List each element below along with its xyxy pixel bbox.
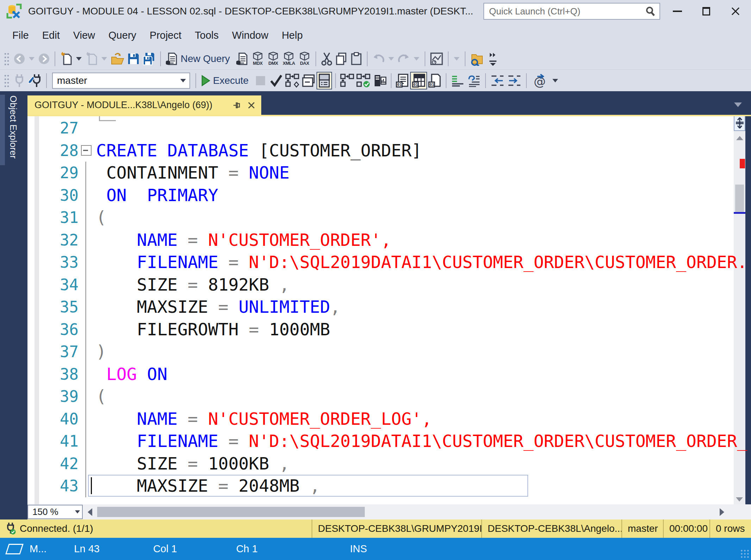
minimize-button[interactable] xyxy=(673,11,682,12)
code-line-28[interactable]: 28CREATE DATABASE [CUSTOMER_ORDER] xyxy=(27,139,734,162)
scroll-up-icon[interactable] xyxy=(736,136,743,140)
scroll-down-icon[interactable] xyxy=(736,497,743,502)
object-explorer-tab[interactable]: Object Explorer xyxy=(8,95,19,158)
code-text[interactable]: CONTAINMENT = NONE xyxy=(96,162,289,184)
new-query-button[interactable]: New Query xyxy=(164,50,234,68)
connect-icon[interactable] xyxy=(12,72,27,89)
new-mdx-query-button[interactable]: MDX xyxy=(250,50,265,68)
save-button[interactable] xyxy=(126,50,141,68)
undo-dropdown-icon[interactable] xyxy=(388,57,394,61)
menu-query[interactable]: Query xyxy=(102,30,143,41)
code-line-35[interactable]: 35 MAXSIZE = UNLIMITED, xyxy=(27,296,734,318)
open-file-button[interactable] xyxy=(109,50,126,68)
new-file-button[interactable] xyxy=(58,50,74,68)
parse-button[interactable] xyxy=(268,72,284,89)
tab-list-dropdown-icon[interactable] xyxy=(734,102,742,107)
new-file-dropdown-icon[interactable] xyxy=(76,57,82,61)
live-query-statistics-icon[interactable] xyxy=(371,72,388,89)
menu-project[interactable]: Project xyxy=(143,30,188,41)
vertical-scrollbar-thumb[interactable] xyxy=(735,185,744,213)
results-to-file-button[interactable]: 01 xyxy=(427,72,443,89)
menu-tools[interactable]: Tools xyxy=(188,30,225,41)
toolbar-grip[interactable] xyxy=(4,51,9,67)
menu-help[interactable]: Help xyxy=(275,30,309,41)
navigate-forward-button[interactable] xyxy=(37,50,51,68)
find-dropdown-icon[interactable] xyxy=(454,57,459,61)
menu-view[interactable]: View xyxy=(67,30,102,41)
template-parameters-button[interactable]: @ xyxy=(530,72,547,89)
splitter-button[interactable] xyxy=(734,115,745,131)
intellisense-enabled-icon[interactable] xyxy=(339,72,355,89)
zoom-selector[interactable]: 150 % xyxy=(27,505,83,519)
include-client-statistics-icon[interactable] xyxy=(355,72,371,89)
add-item-button[interactable] xyxy=(84,50,99,68)
copy-icon[interactable] xyxy=(334,50,349,68)
code-line-33[interactable]: 33 FILENAME = N'D:\SQL2019DATAI1\CUSTOME… xyxy=(27,251,734,274)
code-text[interactable]: FILENAME = N'D:\SQL2019DATAI1\CUSTOMER_O… xyxy=(96,251,747,274)
horizontal-scrollbar[interactable] xyxy=(96,505,716,519)
navigate-back-dropdown-icon[interactable] xyxy=(29,57,35,61)
zoom-dropdown-icon[interactable] xyxy=(75,510,80,514)
code-line-34[interactable]: 34 SIZE = 8192KB , xyxy=(27,274,734,296)
estimated-plan-icon[interactable] xyxy=(284,72,300,89)
menu-edit[interactable]: Edit xyxy=(36,30,67,41)
code-text[interactable]: ) xyxy=(96,341,106,363)
code-text[interactable]: MAXSIZE = 2048MB , xyxy=(96,475,320,497)
results-to-grid-button[interactable]: 01 xyxy=(410,72,427,89)
cancel-query-button[interactable] xyxy=(253,72,268,89)
undo-button[interactable] xyxy=(371,50,386,68)
uncomment-lines-button[interactable] xyxy=(466,72,482,89)
toolbar-overflow-button[interactable] xyxy=(486,50,500,68)
fold-collapse-toggle[interactable] xyxy=(82,139,96,162)
code-line-38[interactable]: 38 LOG ON xyxy=(27,363,734,386)
new-dmx-query-button[interactable]: DMX xyxy=(265,50,281,68)
cut-icon[interactable] xyxy=(319,50,334,68)
code-line-32[interactable]: 32 NAME = N'CUSTOMER_ORDER', xyxy=(27,229,734,251)
code-line-27[interactable]: 27 xyxy=(27,117,734,139)
query-options-icon[interactable] xyxy=(300,72,317,89)
execute-button[interactable]: Execute xyxy=(199,72,253,89)
code-line-37[interactable]: 37) xyxy=(27,341,734,363)
code-text[interactable]: LOG ON xyxy=(96,363,167,386)
code-text[interactable]: ( xyxy=(96,206,106,229)
code-text[interactable]: SIZE = 1000KB , xyxy=(96,453,289,475)
code-line-29[interactable]: 29 CONTAINMENT = NONE xyxy=(27,162,734,184)
redo-button[interactable] xyxy=(396,50,412,68)
menu-window[interactable]: Window xyxy=(225,30,275,41)
toolbar2-overflow-icon[interactable] xyxy=(552,79,558,82)
database-combobox[interactable]: master xyxy=(52,73,190,89)
activity-monitor-icon[interactable] xyxy=(428,50,445,68)
results-pane-toggle-button[interactable] xyxy=(317,72,332,89)
scroll-left-icon[interactable] xyxy=(88,508,92,516)
scroll-right-icon[interactable] xyxy=(720,508,724,516)
code-line-39[interactable]: 39( xyxy=(27,385,734,408)
code-text[interactable]: NAME = N'CUSTOMER_ORDER_LOG', xyxy=(96,408,432,430)
new-dax-query-button[interactable]: DAX xyxy=(297,50,312,68)
redo-dropdown-icon[interactable] xyxy=(414,57,419,61)
code-text[interactable]: ON PRIMARY xyxy=(96,184,218,207)
code-text[interactable]: ( xyxy=(96,385,106,408)
navigate-back-button[interactable] xyxy=(12,50,27,68)
code-text[interactable]: SIZE = 8192KB , xyxy=(96,274,289,296)
add-item-dropdown-icon[interactable] xyxy=(101,57,107,61)
code-line-30[interactable]: 30 ON PRIMARY xyxy=(27,184,734,207)
results-to-text-button[interactable]: 01 xyxy=(395,72,410,89)
toolbar-grip[interactable] xyxy=(4,73,9,88)
change-connection-icon[interactable] xyxy=(27,72,43,89)
code-text[interactable]: FILEGROWTH = 1000MB xyxy=(96,318,330,341)
code-line-42[interactable]: 42 SIZE = 1000KB , xyxy=(27,453,734,475)
code-editor[interactable]: 2728CREATE DATABASE [CUSTOMER_ORDER]29 C… xyxy=(27,115,751,504)
code-line-40[interactable]: 40 NAME = N'CUSTOMER_ORDER_LOG', xyxy=(27,408,734,430)
new-query-document-icon[interactable] xyxy=(234,50,250,68)
code-line-41[interactable]: 41 FILENAME = N'D:\SQL2019DATAI1\CUSTOME… xyxy=(27,430,734,453)
object-explorer-tab-strip[interactable] xyxy=(0,95,5,165)
increase-indent-button[interactable] xyxy=(506,72,523,89)
code-line-43[interactable]: 43 MAXSIZE = 2048MB , xyxy=(27,475,734,497)
find-in-files-icon[interactable] xyxy=(469,50,486,68)
database-combobox-dropdown-icon[interactable] xyxy=(180,79,186,82)
window-resize-grip[interactable] xyxy=(740,549,750,559)
menu-file[interactable]: File xyxy=(6,30,36,41)
tab-close-icon[interactable] xyxy=(247,101,256,110)
decrease-indent-button[interactable] xyxy=(489,72,506,89)
search-icon[interactable] xyxy=(645,6,656,17)
